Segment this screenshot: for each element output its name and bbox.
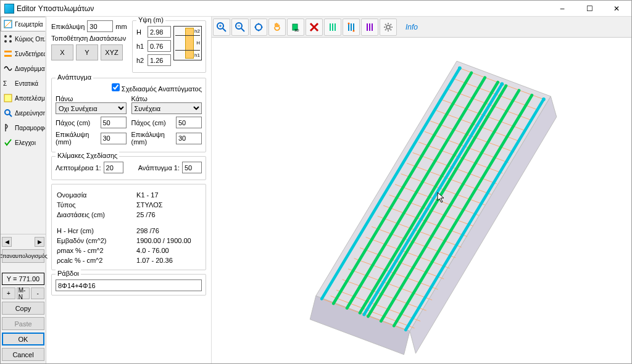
- cover-top-input[interactable]: [101, 133, 127, 144]
- svg-rect-9: [4, 94, 12, 102]
- tab-label: Διαγράμματα: [15, 65, 46, 72]
- bars3-button[interactable]: [361, 19, 378, 36]
- svg-point-35: [353, 30, 355, 31]
- tab-main-rebar[interactable]: Κύριος Οπλισ: [1, 31, 46, 46]
- tab-label: Κύριος Οπλισ: [15, 36, 46, 43]
- thick-bot-input[interactable]: [176, 117, 202, 128]
- svg-point-10: [5, 110, 10, 115]
- thick-bot-label: Πάχος (cm): [131, 119, 174, 126]
- settings-button[interactable]: [380, 19, 397, 36]
- tab-label: Αποτελέσματ: [15, 95, 46, 102]
- cover-bot-input[interactable]: [176, 133, 202, 144]
- bot-select[interactable]: Συνέχεια: [131, 102, 202, 114]
- delete-button[interactable]: [306, 19, 323, 36]
- svg-line-11: [9, 114, 12, 117]
- anaptygma-title: Ανάπτυγμα: [56, 73, 93, 81]
- cover-input[interactable]: [87, 20, 113, 32]
- bars3-icon: [364, 22, 375, 33]
- svg-line-1: [4, 20, 12, 28]
- h2-input[interactable]: [148, 54, 171, 66]
- svg-point-34: [348, 22, 350, 24]
- pan-button[interactable]: [268, 19, 286, 36]
- rods-title: Ράβδοι: [56, 270, 81, 277]
- detail-scale-input[interactable]: [104, 162, 123, 173]
- design-checkbox[interactable]: [112, 83, 120, 91]
- bars1-button[interactable]: [324, 19, 341, 36]
- tab-label: Διερεύνηση: [15, 110, 46, 117]
- window-title: Editor Υποστυλωμάτων: [17, 4, 549, 13]
- tab-checks[interactable]: Ελεγχοι: [1, 135, 46, 150]
- maximize-button[interactable]: ☐: [576, 1, 603, 17]
- svg-point-39: [386, 25, 390, 29]
- svg-line-17: [241, 28, 244, 31]
- scales-title: Κλίμακες Σχεδίασης: [56, 152, 119, 159]
- h-label: H: [136, 28, 145, 36]
- forces-icon: Σ: [3, 78, 13, 88]
- scroll-left[interactable]: ◀: [2, 237, 12, 247]
- cancel-button[interactable]: Cancel: [2, 348, 44, 361]
- cover-label: Επικάλυψη: [51, 23, 85, 30]
- minus-button[interactable]: -: [31, 287, 44, 299]
- tab-label: Συνδετήρες: [15, 51, 46, 57]
- tab-stirrups[interactable]: Συνδετήρες: [1, 46, 46, 61]
- tab-investigate[interactable]: Διερεύνηση: [1, 105, 46, 120]
- h1-input[interactable]: [148, 40, 171, 52]
- svg-text:3D: 3D: [294, 28, 299, 32]
- viewport-3d[interactable]: [212, 38, 631, 363]
- plus-button[interactable]: +: [2, 287, 15, 299]
- bars2-button[interactable]: [343, 19, 360, 36]
- cover-top-label: Επικάλυψη (mm): [56, 131, 98, 146]
- ana-scale-input[interactable]: [182, 162, 202, 173]
- tab-diagrams[interactable]: Διαγράμματα: [1, 61, 46, 76]
- titlebar: Editor Υποστυλωμάτων – ☐ ✕: [1, 1, 631, 17]
- x-button[interactable]: X: [51, 44, 73, 60]
- minimize-button[interactable]: –: [549, 1, 576, 17]
- svg-point-3: [9, 35, 12, 38]
- svg-rect-7: [4, 55, 12, 57]
- scroll-right[interactable]: ▶: [35, 237, 44, 247]
- deform-icon: [3, 123, 13, 133]
- xyz-button[interactable]: XYZ: [101, 44, 123, 60]
- results-icon: [3, 93, 13, 103]
- zoom-in-icon: [216, 22, 227, 33]
- y-button[interactable]: Y: [76, 44, 98, 60]
- pan-icon: [272, 22, 283, 33]
- close-button[interactable]: ✕: [603, 1, 630, 17]
- mn-button[interactable]: M-N: [17, 287, 30, 299]
- svg-point-2: [4, 35, 7, 38]
- svg-text:Σ: Σ: [3, 80, 7, 87]
- cover-bot-label: Επικάλυψη (mm): [131, 131, 174, 146]
- tab-deform[interactable]: Παραμορφώ: [1, 120, 46, 135]
- tab-results[interactable]: Αποτελέσματ: [1, 91, 46, 105]
- zoom-extents-button[interactable]: [250, 19, 267, 36]
- orbit-button[interactable]: 3D: [287, 19, 304, 36]
- diagrams-icon: [3, 64, 13, 73]
- svg-point-5: [9, 40, 12, 43]
- thick-top-input[interactable]: [101, 117, 127, 128]
- svg-point-4: [4, 40, 7, 43]
- stirrups-icon: [3, 49, 13, 59]
- ok-button[interactable]: OK: [2, 333, 44, 345]
- svg-point-79: [542, 97, 546, 101]
- top-select[interactable]: Οχι Συνέχεια: [56, 102, 127, 114]
- zoom-out-button[interactable]: [231, 19, 249, 36]
- bot-label: Κάτω: [131, 95, 202, 102]
- design-check[interactable]: Σχεδιασμός Αναπτύγματος: [112, 85, 202, 93]
- recalc-button[interactable]: Επαναυπολογισμός: [2, 249, 44, 263]
- thick-top-label: Πάχος (cm): [56, 119, 98, 126]
- tab-forces[interactable]: Σ Εντατικά: [1, 76, 46, 91]
- x-icon: [309, 22, 320, 33]
- zoom-in-button[interactable]: [213, 19, 230, 36]
- detail-scale-label: Λεπτομέρεια 1:: [56, 164, 101, 172]
- column-3d-render: [212, 38, 631, 363]
- rods-input[interactable]: [56, 279, 202, 291]
- info-link[interactable]: Info: [405, 23, 418, 31]
- properties-panel: Επικάλυψη mm Τοποθέτηση Διαστάσεων X Y X…: [46, 17, 212, 363]
- copy-button[interactable]: Copy: [2, 302, 44, 315]
- h-input[interactable]: [148, 26, 171, 38]
- bars2-icon: [346, 22, 357, 33]
- zoom-out-icon: [235, 22, 246, 33]
- investigate-icon: [3, 108, 13, 118]
- bars1-icon: [327, 22, 338, 33]
- tab-geometry[interactable]: Γεωμετρία: [1, 17, 46, 31]
